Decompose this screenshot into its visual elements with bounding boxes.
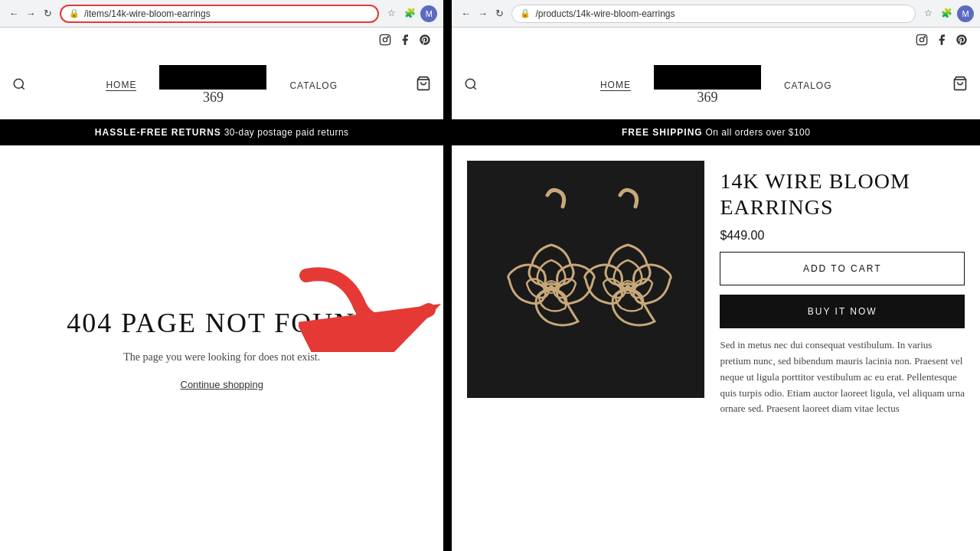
right-nav-bar: HOME 369 CATALOG [452,52,980,119]
profile-avatar[interactable]: M [420,5,437,22]
left-nav-links: HOME 369 CATALOG [106,65,338,106]
extensions-button[interactable]: 🧩 [402,6,417,21]
right-catalog-link[interactable]: CATALOG [784,80,832,91]
left-search-button[interactable] [12,77,26,94]
right-browser-chrome: ← → ↻ 🔒 /products/14k-wire-bloom-earring… [452,0,980,28]
left-banner-bold: HASSLE-FREE RETURNS [95,127,221,138]
right-cart-button[interactable] [952,76,968,95]
right-site-header: HOME 369 CATALOG [452,28,980,119]
svg-point-16 [626,285,630,289]
svg-point-10 [466,79,475,88]
continue-shopping-link[interactable]: Continue shopping [181,379,263,390]
left-nav-bar: HOME 369 CATALOG [0,52,443,119]
right-url-text: /products/14k-wire-bloom-earrings [535,8,675,19]
left-home-link[interactable]: HOME [106,80,136,91]
facebook-icon[interactable] [399,34,411,49]
left-banner: HASSLE-FREE RETURNS 30-day postage paid … [0,119,443,145]
svg-point-1 [384,37,387,41]
left-cart-button[interactable] [416,76,431,95]
product-title: 14K WIRE BLOOM EARRINGS [720,168,965,220]
left-catalog-link[interactable]: CATALOG [289,80,338,91]
right-refresh-button[interactable]: ↻ [492,6,507,21]
right-back-button[interactable]: ← [458,6,473,21]
right-pinterest-icon[interactable] [956,34,968,49]
product-description: Sed in metus nec dui consequat vestibulu… [720,337,965,417]
left-banner-text: 30-day postage paid returns [221,127,349,138]
right-banner-text: On all orders over $100 [703,127,811,138]
left-site-header: HOME 369 CATALOG [0,28,443,119]
left-url-text: /items/14k-wire-bloom-earrings [84,8,211,19]
right-nav-links: HOME 369 CATALOG [600,65,832,106]
svg-point-3 [14,79,23,88]
instagram-icon[interactable] [379,34,391,49]
svg-rect-0 [381,34,390,44]
product-details: 14K WIRE BLOOM EARRINGS $449.00 ADD TO C… [720,161,965,536]
left-address-bar[interactable]: 🔒 /items/14k-wire-bloom-earrings [60,5,379,23]
lock-icon: 🔒 [69,8,80,18]
right-forward-button[interactable]: → [475,6,490,21]
right-site-logo[interactable]: 369 [654,65,761,106]
product-content: 14K WIRE BLOOM EARRINGS $449.00 ADD TO C… [452,145,980,551]
left-logo-number: 369 [203,90,224,106]
product-image-container [467,161,704,398]
right-home-link[interactable]: HOME [600,80,631,91]
left-social-bar [0,28,443,52]
panel-separator [444,0,452,551]
bookmark-button[interactable]: ☆ [384,6,399,21]
right-facebook-icon[interactable] [936,34,948,49]
add-to-cart-button[interactable]: ADD TO CART [720,252,965,285]
svg-point-8 [920,37,923,41]
right-search-button[interactable] [464,77,478,94]
left-browser-actions: ☆ 🧩 M [384,5,437,22]
svg-line-4 [21,86,24,89]
svg-point-9 [924,37,925,37]
right-browser-actions: ☆ 🧩 M [920,5,974,22]
error-title: 404 PAGE NOT FOUND [67,307,377,339]
back-button[interactable]: ← [6,6,21,21]
product-price: $449.00 [720,229,965,243]
right-profile-avatar[interactable]: M [957,5,974,22]
right-instagram-icon[interactable] [916,34,928,49]
right-social-bar [452,28,980,52]
right-banner-bold: FREE SHIPPING [622,127,703,138]
svg-line-11 [474,86,476,89]
right-extensions-button[interactable]: 🧩 [939,6,954,21]
left-browser-panel: ← → ↻ 🔒 /items/14k-wire-bloom-earrings ☆… [0,0,444,551]
left-logo-box [159,65,266,90]
right-lock-icon: 🔒 [520,8,531,18]
refresh-button[interactable]: ↻ [40,6,55,21]
right-address-bar[interactable]: 🔒 /products/14k-wire-bloom-earrings [511,5,916,23]
svg-point-14 [549,285,554,289]
right-bookmark-button[interactable]: ☆ [920,6,936,21]
right-banner: FREE SHIPPING On all orders over $100 [452,119,980,145]
left-404-content: 404 PAGE NOT FOUND The page you were loo… [0,145,443,551]
right-browser-panel: ← → ↻ 🔒 /products/14k-wire-bloom-earring… [452,0,980,551]
svg-rect-7 [916,34,926,44]
forward-button[interactable]: → [23,6,38,21]
buy-it-now-button[interactable]: BUY IT NOW [720,295,965,328]
product-image [479,172,693,386]
svg-point-2 [387,37,388,37]
error-subtitle: The page you were looking for does not e… [123,351,320,364]
pinterest-icon[interactable] [419,34,431,49]
right-logo-number: 369 [697,90,717,106]
left-site-logo[interactable]: 369 [159,65,266,106]
right-logo-box [654,65,761,90]
left-browser-chrome: ← → ↻ 🔒 /items/14k-wire-bloom-earrings ☆… [0,0,443,28]
